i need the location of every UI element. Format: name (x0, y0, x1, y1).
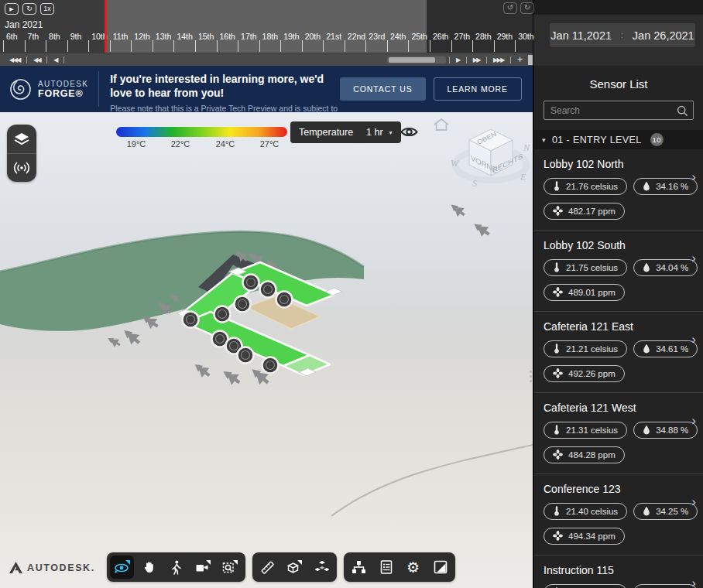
section-tool-button[interactable] (283, 556, 307, 579)
timeline-day[interactable]: 16th (217, 32, 235, 41)
sensors-toggle-button[interactable] (7, 153, 36, 182)
timeline-day[interactable]: 12th (131, 32, 149, 41)
jump-end-button[interactable]: ▶▶▶ (487, 56, 510, 63)
timeline-day[interactable]: 8th (46, 32, 60, 41)
date-range-start: Jan 11,2021 (550, 29, 612, 42)
timeline-day[interactable]: 19th (280, 32, 299, 41)
chevron-right-icon[interactable]: › (691, 414, 696, 427)
co2-pill-row: 492.26 ppm (544, 365, 694, 382)
co2-pill-row: 494.34 ppm (544, 528, 694, 545)
properties-button[interactable] (374, 556, 398, 579)
orbit-icon (114, 559, 131, 575)
visibility-toggle-button[interactable] (400, 124, 419, 143)
timeline-day[interactable]: 28th (472, 32, 491, 41)
timeline-day[interactable]: 24th (387, 32, 406, 41)
timeline-panel: ▶ ↻ 1x ↺ ↻ Jan 2021 6th 7th 8th 9th 10th… (0, 0, 533, 66)
scrub-handle[interactable] (389, 57, 435, 63)
expand-range-button[interactable]: + (511, 54, 529, 65)
contact-us-button[interactable]: CONTACT US (340, 77, 425, 101)
camera-tool-button[interactable] (191, 556, 215, 579)
timeline-day[interactable]: 27th (451, 32, 470, 41)
sensor-list-item[interactable]: Cafeteria 121 East › 21.21 celsius (534, 312, 703, 393)
viewcube[interactable]: W S E N OBEN VORNE RECHTS (449, 117, 533, 202)
orbit-tool-button[interactable] (110, 556, 134, 579)
temperature-pill: 21.94 celsius (544, 584, 627, 588)
model-browser-button[interactable] (347, 556, 371, 579)
redo-button[interactable]: ↻ (520, 2, 534, 14)
learn-more-button[interactable]: LEARN MORE (434, 77, 522, 101)
step-forward-button[interactable]: ▶ (450, 56, 466, 63)
timeline-day[interactable]: 23rd (365, 32, 385, 41)
step-back-button[interactable]: ◀ (47, 56, 63, 63)
co2-pill: 489.01 ppm (544, 284, 625, 301)
chevron-right-icon[interactable]: › (691, 333, 696, 346)
walk-tool-button[interactable] (164, 556, 188, 579)
sensor-list-item[interactable]: Conference 123 › 21.40 celsius (534, 474, 703, 556)
pan-tool-button[interactable] (137, 556, 161, 579)
home-view-button[interactable] (433, 117, 450, 135)
timeline-day[interactable]: 15th (195, 32, 214, 41)
chevron-right-icon[interactable]: › (691, 251, 696, 265)
sensor-list-item[interactable]: Lobby 102 South › 21.75 celsius (534, 231, 703, 312)
jump-start-button[interactable]: ◀◀◀ (3, 56, 26, 63)
level-group-header[interactable]: ▾ 01 - ENTRY LEVEL 10 (534, 130, 703, 149)
play-button[interactable]: ▶ (5, 3, 19, 15)
timeline-scrollbar[interactable] (528, 55, 533, 65)
timeline-day[interactable]: 17th (238, 32, 256, 41)
explode-tool-button[interactable] (310, 556, 334, 579)
chevron-right-icon[interactable]: › (691, 495, 696, 508)
chevron-right-icon[interactable]: › (691, 170, 696, 183)
viewer-3d-viewport[interactable]: 19°C 22°C 24°C 27°C Temperature ▾ 1 hr ▾ (0, 112, 533, 588)
timeline-day[interactable]: 6th (3, 32, 18, 41)
loop-button[interactable]: ↻ (22, 3, 36, 15)
playback-speed-button[interactable]: 1x (40, 3, 54, 15)
timeline-day[interactable]: 29th (494, 32, 513, 41)
timeline-day[interactable]: 20th (302, 32, 321, 41)
fast-back-button[interactable]: ◀◀ (27, 56, 46, 63)
temperature-pill: 21.40 celsius (544, 503, 627, 520)
undo-button[interactable]: ↺ (503, 2, 517, 14)
compass-north-label: N (523, 142, 530, 153)
timeline-day[interactable]: 26th (430, 32, 448, 41)
temperature-value: 21.76 celsius (566, 182, 618, 191)
timeline-day[interactable]: 7th (25, 32, 39, 41)
date-range-picker[interactable]: Jan 11,2021 : Jan 26,2021 (550, 23, 695, 47)
timeline-day[interactable]: 25th (408, 32, 427, 41)
eye-icon (400, 124, 419, 140)
sensor-list: Lobby 102 North › 21.76 celsius (534, 149, 703, 588)
search-input[interactable] (544, 101, 693, 119)
app-window: ▶ ↻ 1x ↺ ↻ Jan 2021 6th 7th 8th 9th 10th… (0, 0, 703, 588)
chevron-right-icon[interactable]: › (691, 576, 696, 588)
co2-pill: 482.17 ppm (544, 203, 625, 220)
settings-button[interactable]: ⚙ (401, 556, 425, 579)
measure-tools-group (252, 552, 337, 582)
sensor-list-item[interactable]: Lobby 102 North › 21.76 celsius (534, 149, 703, 231)
sensor-broadcast-icon (12, 161, 31, 175)
layers-icon (14, 132, 29, 146)
timeline-day[interactable]: 14th (173, 32, 192, 41)
timeline-day[interactable]: 21st (323, 32, 341, 41)
levels-button[interactable] (7, 125, 36, 153)
sensor-list-item[interactable]: Cafeteria 121 West › 21.31 celsius (534, 393, 703, 474)
humidity-value: 34.04 % (656, 263, 688, 272)
timeline-day[interactable]: 11th (110, 32, 129, 41)
section-box-icon (286, 560, 303, 575)
scrub-track[interactable] (387, 56, 446, 63)
timeline-day[interactable]: 22nd (345, 32, 365, 41)
interval-dropdown[interactable]: 1 hr ▾ (358, 121, 401, 143)
panel-resize-gripper[interactable] (530, 371, 532, 382)
measure-tool-button[interactable] (255, 556, 279, 579)
timeline-playhead[interactable] (105, 0, 107, 56)
fast-forward-button[interactable]: ▶▶ (467, 56, 486, 63)
timeline-day[interactable]: 30th (515, 32, 533, 41)
timeline-day[interactable]: 13th (153, 32, 171, 41)
timeline-day[interactable]: 18th (259, 32, 278, 41)
sensor-list-item[interactable]: Instruction 115 › 21.94 celsius (534, 556, 703, 588)
co2-value: 489.01 ppm (568, 288, 616, 297)
camera-icon (195, 560, 211, 575)
fullscreen-button[interactable] (428, 556, 452, 579)
temperature-pill: 21.31 celsius (544, 422, 627, 439)
timeline-day[interactable]: 9th (67, 32, 82, 41)
zoom-window-tool-button[interactable] (218, 556, 242, 579)
co2-value: 484.28 ppm (568, 450, 616, 460)
